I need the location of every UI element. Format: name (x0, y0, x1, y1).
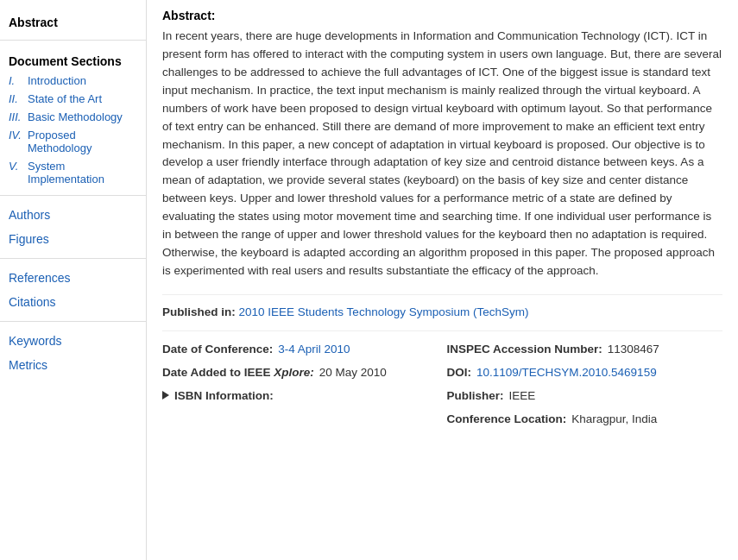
divider-2 (0, 195, 146, 196)
sidebar-item-introduction[interactable]: I. Introduction (0, 72, 146, 90)
sidebar-item-authors[interactable]: Authors (0, 203, 146, 227)
nav-label-1: Introduction (28, 74, 86, 87)
published-in-row: Published in: 2010 IEEE Students Technol… (162, 294, 722, 318)
abstract-heading: Abstract: (162, 9, 722, 22)
abstract-body: In recent years, there are huge developm… (162, 28, 722, 280)
meta-doi: DOI: 10.1109/TECHSYM.2010.5469159 (447, 363, 723, 381)
main-content: Abstract: In recent years, there are hug… (147, 0, 738, 560)
sidebar-item-basic-methodology[interactable]: III. Basic Methodology (0, 108, 146, 126)
meta-label-date-conf: Date of Conference: (162, 343, 273, 356)
meta-label-publisher: Publisher: (447, 389, 504, 402)
nav-label-2: State of the Art (28, 92, 102, 105)
meta-value-conf-loc: Kharagpur, India (571, 412, 657, 425)
meta-date-conference: Date of Conference: 3-4 April 2010 (162, 340, 438, 358)
sidebar-item-citations[interactable]: Citations (0, 290, 146, 314)
sidebar-item-proposed-methodology[interactable]: IV. Proposed Methodology (0, 126, 146, 157)
sidebar-item-metrics[interactable]: Metrics (0, 353, 146, 377)
meta-value-inspec: 11308467 (608, 343, 659, 356)
meta-label-doi: DOI: (447, 366, 472, 379)
meta-label-inspec: INSPEC Accession Number: (447, 343, 602, 356)
meta-inspec: INSPEC Accession Number: 11308467 (447, 340, 723, 358)
sidebar-item-system-implementation[interactable]: V. System Implementation (0, 157, 146, 188)
sidebar-abstract-title: Abstract (0, 9, 146, 33)
app-container: Abstract Document Sections I. Introducti… (0, 0, 738, 560)
meta-label-conf-loc: Conference Location: (447, 412, 567, 425)
nav-num-4: IV. (9, 129, 24, 142)
divider-1 (0, 40, 146, 41)
nav-num-2: II. (9, 92, 24, 105)
meta-conf-location: Conference Location: Kharagpur, India (447, 410, 723, 428)
nav-num-3: III. (9, 110, 24, 123)
sidebar-sections-title: Document Sections (0, 47, 146, 72)
nav-label-3: Basic Methodology (28, 110, 123, 123)
sidebar-item-references[interactable]: References (0, 266, 146, 290)
meta-value-doi[interactable]: 10.1109/TECHSYM.2010.5469159 (476, 366, 657, 379)
meta-isbn-row: ISBN Information: (162, 387, 438, 405)
meta-value-date-added: 20 May 2010 (319, 366, 387, 379)
divider-4 (0, 321, 146, 322)
meta-label-date-added: Date Added to IEEE Xplore: (162, 366, 314, 379)
nav-label-5: System Implementation (28, 160, 137, 186)
published-venue-link[interactable]: 2010 IEEE Students Technology Symposium … (239, 305, 529, 318)
sidebar: Abstract Document Sections I. Introducti… (0, 0, 147, 560)
meta-value-date-conf[interactable]: 3-4 April 2010 (278, 343, 350, 356)
published-label: Published in: (162, 305, 236, 318)
nav-num-5: V. (9, 160, 24, 173)
nav-num-1: I. (9, 74, 24, 87)
meta-publisher: Publisher: IEEE (447, 387, 723, 405)
triangle-icon (162, 391, 169, 400)
divider-3 (0, 258, 146, 259)
meta-date-added: Date Added to IEEE Xplore: 20 May 2010 (162, 363, 438, 381)
meta-empty (162, 410, 438, 428)
sidebar-item-state-of-art[interactable]: II. State of the Art (0, 90, 146, 108)
sidebar-item-keywords[interactable]: Keywords (0, 329, 146, 353)
meta-value-publisher: IEEE (509, 389, 536, 402)
nav-label-4: Proposed Methodology (28, 129, 137, 154)
meta-grid: Date of Conference: 3-4 April 2010 INSPE… (162, 330, 722, 428)
sidebar-item-figures[interactable]: Figures (0, 227, 146, 251)
meta-label-isbn[interactable]: ISBN Information: (174, 389, 274, 402)
